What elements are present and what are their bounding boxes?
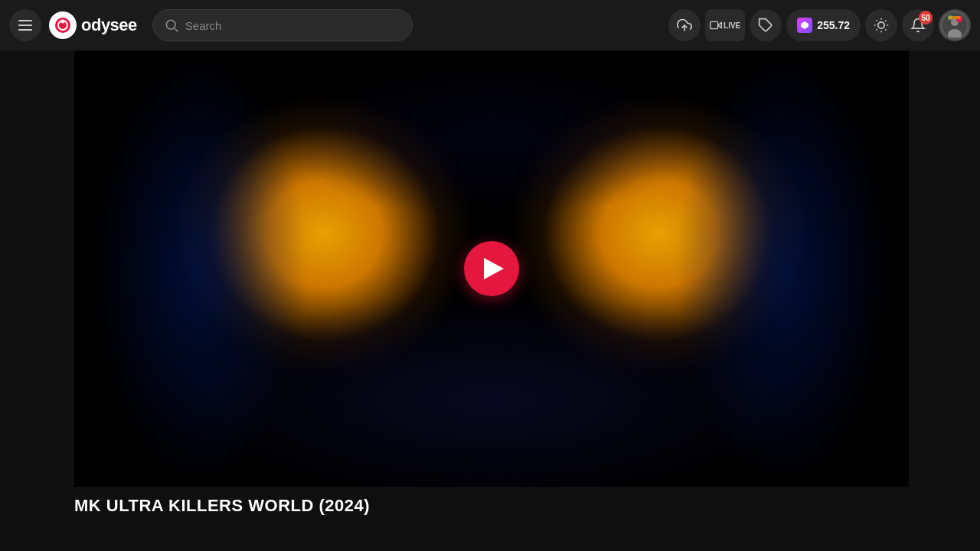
hamburger-icon [18, 20, 32, 31]
video-title-area: MK ULTRA KILLERS WORLD (2024) [0, 487, 980, 516]
upload-icon [677, 18, 692, 33]
logo-icon [49, 11, 77, 39]
sun-icon [874, 18, 889, 33]
menu-button[interactable] [9, 9, 41, 41]
notification-badge: 50 [919, 11, 933, 24]
live-label: LIVE [724, 21, 740, 30]
svg-point-2 [61, 20, 65, 24]
svg-rect-24 [949, 16, 961, 19]
upload-button[interactable] [668, 9, 701, 41]
theme-toggle-button[interactable] [865, 9, 897, 41]
svg-marker-6 [718, 23, 722, 28]
search-bar [152, 9, 413, 41]
user-avatar[interactable] [939, 9, 971, 41]
video-container [74, 51, 909, 487]
svg-line-18 [885, 21, 886, 21]
svg-point-3 [166, 20, 175, 29]
search-input[interactable] [185, 19, 401, 32]
main-content: MK ULTRA KILLERS WORLD (2024) [0, 51, 980, 516]
svg-marker-9 [801, 21, 808, 29]
follow-button[interactable] [750, 9, 782, 41]
logo-text: odysee [81, 15, 137, 35]
avatar-icon [942, 13, 967, 37]
odysee-logo[interactable]: odysee [49, 11, 137, 39]
header-right-actions: LIVE 255.72 [668, 9, 971, 41]
search-icon [164, 18, 179, 33]
svg-line-17 [877, 29, 877, 30]
tag-icon [758, 18, 773, 33]
video-title: MK ULTRA KILLERS WORLD (2024) [74, 496, 980, 516]
credits-value: 255.72 [817, 19, 850, 31]
live-button[interactable]: LIVE [705, 9, 745, 41]
credits-gem-icon [797, 18, 812, 33]
svg-point-10 [878, 22, 884, 28]
svg-line-4 [175, 28, 178, 32]
header: odysee LIVE [0, 0, 980, 51]
svg-line-13 [877, 21, 877, 21]
svg-line-14 [885, 29, 886, 30]
video-icon [710, 19, 722, 31]
notification-button[interactable]: 50 [902, 9, 934, 41]
svg-rect-7 [710, 21, 718, 28]
video-thumbnail [74, 51, 909, 487]
credits-button[interactable]: 255.72 [786, 9, 861, 41]
play-button[interactable] [464, 241, 519, 296]
play-triangle-icon [484, 258, 504, 279]
